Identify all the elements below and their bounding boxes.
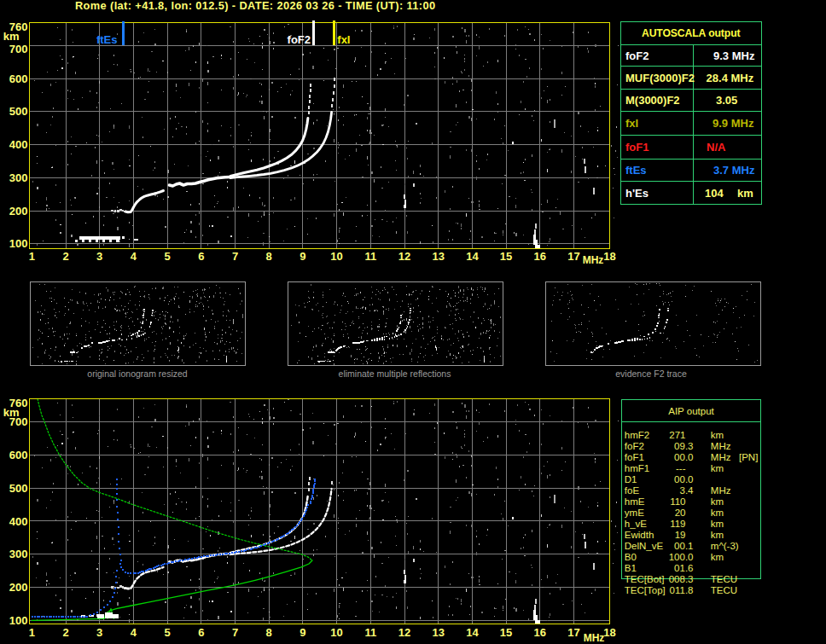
- svg-text:500: 500: [9, 482, 28, 495]
- svg-text:D1: D1: [625, 474, 637, 484]
- svg-text:ftEs: ftEs: [625, 164, 647, 177]
- svg-text:eliminate multiple reflections: eliminate multiple reflections: [339, 368, 451, 379]
- svg-text:3: 3: [96, 626, 102, 639]
- svg-text:AIP output: AIP output: [668, 406, 714, 416]
- svg-text:Ewidth: Ewidth: [625, 530, 654, 540]
- svg-text:B1: B1: [625, 563, 637, 573]
- svg-text:B0: B0: [625, 552, 637, 562]
- svg-text:TEC[Bot]: TEC[Bot]: [625, 574, 665, 584]
- svg-text:119: 119: [670, 519, 685, 529]
- svg-text:MHz: MHz: [711, 441, 731, 451]
- svg-text:fxI: fxI: [625, 117, 638, 130]
- svg-text:17: 17: [567, 626, 579, 639]
- svg-text:16: 16: [534, 250, 546, 263]
- svg-text:foE: foE: [625, 485, 640, 496]
- svg-text:4: 4: [131, 250, 137, 263]
- svg-text:3.4: 3.4: [680, 485, 695, 496]
- svg-text:TEC[Top]: TEC[Top]: [625, 585, 666, 595]
- svg-text:km: km: [737, 187, 753, 200]
- svg-text:17: 17: [567, 250, 579, 263]
- svg-text:300: 300: [9, 171, 28, 184]
- svg-text:hmE: hmE: [625, 496, 645, 507]
- svg-text:008.3: 008.3: [669, 574, 694, 584]
- svg-text:15: 15: [500, 250, 512, 263]
- svg-text:evidence F2 trace: evidence F2 trace: [615, 368, 687, 379]
- svg-text:8: 8: [266, 626, 272, 639]
- svg-text:foF2: foF2: [625, 49, 649, 62]
- svg-text:h'Es: h'Es: [625, 187, 649, 200]
- svg-text:110: 110: [670, 496, 685, 507]
- svg-text:km: km: [711, 496, 724, 507]
- svg-text:18: 18: [603, 250, 615, 263]
- svg-text:11: 11: [364, 626, 376, 639]
- svg-text:01.6: 01.6: [674, 563, 693, 573]
- svg-text:7: 7: [232, 250, 238, 263]
- svg-text:00.0: 00.0: [674, 452, 693, 462]
- svg-text:500: 500: [9, 105, 28, 118]
- svg-text:100.0: 100.0: [669, 552, 694, 562]
- svg-text:1: 1: [29, 250, 35, 263]
- svg-text:00.0: 00.0: [674, 474, 693, 484]
- svg-text:MHz: MHz: [711, 485, 731, 496]
- svg-text:1: 1: [29, 626, 35, 639]
- svg-text:MHz: MHz: [583, 254, 604, 266]
- svg-text:foF1: foF1: [625, 141, 649, 154]
- svg-text:9.9 MHz: 9.9 MHz: [713, 117, 754, 130]
- svg-text:400: 400: [9, 515, 28, 528]
- svg-text:6: 6: [198, 250, 204, 263]
- svg-text:5: 5: [164, 626, 170, 639]
- svg-text:6: 6: [198, 626, 204, 639]
- svg-text:9: 9: [300, 250, 305, 263]
- svg-text:3: 3: [96, 250, 102, 263]
- svg-text:700: 700: [9, 415, 28, 428]
- svg-text:---: ---: [676, 463, 686, 473]
- svg-text:200: 200: [9, 205, 28, 218]
- svg-text:original ionogram resized: original ionogram resized: [87, 368, 187, 379]
- svg-text:foF2: foF2: [625, 441, 644, 451]
- svg-text:13: 13: [432, 250, 444, 263]
- svg-text:18: 18: [603, 626, 615, 639]
- svg-text:10: 10: [330, 250, 342, 263]
- svg-text:MUF(3000)F2: MUF(3000)F2: [625, 72, 695, 84]
- svg-text:km: km: [3, 30, 20, 43]
- svg-text:N/A: N/A: [707, 141, 726, 154]
- svg-text:8: 8: [266, 250, 272, 263]
- svg-text:km: km: [711, 530, 724, 540]
- svg-text:4: 4: [131, 626, 137, 639]
- svg-text:700: 700: [9, 43, 28, 55]
- svg-text:9.3 MHz: 9.3 MHz: [713, 49, 755, 62]
- svg-text:[PN]: [PN]: [739, 452, 758, 462]
- svg-text:09.3: 09.3: [674, 441, 693, 451]
- svg-text:200: 200: [9, 581, 28, 594]
- svg-text:Rome (lat: +41.8, lon: 012.5): Rome (lat: +41.8, lon: 012.5) - DATE: 20…: [75, 0, 435, 12]
- svg-text:ymE: ymE: [625, 508, 644, 518]
- svg-text:3.05: 3.05: [716, 94, 737, 107]
- svg-text:fxI: fxI: [337, 33, 350, 46]
- svg-text:m^(-3): m^(-3): [711, 541, 739, 551]
- svg-text:hmF2: hmF2: [625, 430, 649, 440]
- svg-text:011.8: 011.8: [670, 585, 694, 595]
- svg-text:DelN_vE: DelN_vE: [625, 541, 664, 551]
- svg-text:12: 12: [398, 626, 410, 639]
- svg-text:3.7 MHz: 3.7 MHz: [713, 164, 755, 177]
- svg-text:hmF1: hmF1: [625, 463, 649, 473]
- svg-text:foF1: foF1: [625, 452, 644, 462]
- svg-text:7: 7: [232, 626, 238, 639]
- svg-text:foF2: foF2: [288, 33, 311, 46]
- svg-text:15: 15: [500, 626, 512, 639]
- svg-text:M(3000)F2: M(3000)F2: [625, 94, 680, 107]
- svg-text:km: km: [711, 508, 724, 518]
- svg-text:9: 9: [300, 626, 305, 639]
- svg-text:100: 100: [9, 237, 28, 250]
- svg-text:14: 14: [466, 626, 479, 639]
- svg-text:TECU: TECU: [711, 585, 737, 595]
- svg-text:14: 14: [466, 250, 479, 263]
- svg-text:km: km: [711, 552, 724, 562]
- svg-text:2: 2: [62, 250, 68, 263]
- svg-text:20: 20: [675, 508, 686, 518]
- svg-text:400: 400: [9, 138, 28, 151]
- svg-text:12: 12: [398, 250, 410, 263]
- svg-text:13: 13: [432, 626, 444, 639]
- svg-text:5: 5: [164, 250, 170, 263]
- svg-text:ftEs: ftEs: [96, 33, 118, 46]
